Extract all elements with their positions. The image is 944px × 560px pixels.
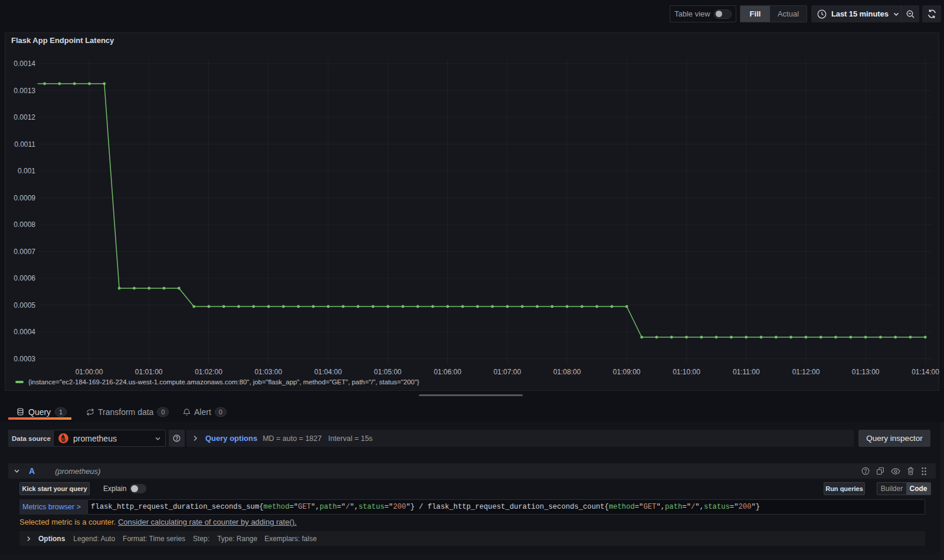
svg-text:01:08:00: 01:08:00 <box>553 368 581 376</box>
svg-text:01:10:00: 01:10:00 <box>673 368 700 376</box>
svg-text:0.001: 0.001 <box>18 167 35 175</box>
svg-text:01:07:00: 01:07:00 <box>493 368 521 376</box>
svg-text:0.0013: 0.0013 <box>14 87 35 95</box>
svg-text:0.0006: 0.0006 <box>14 274 35 282</box>
svg-text:01:01:00: 01:01:00 <box>135 368 163 376</box>
svg-text:01:02:00: 01:02:00 <box>195 368 222 376</box>
svg-text:0.0003: 0.0003 <box>14 355 35 363</box>
svg-text:01:12:00: 01:12:00 <box>792 368 820 376</box>
svg-text:0.0011: 0.0011 <box>14 140 35 149</box>
svg-text:0.0005: 0.0005 <box>14 301 35 309</box>
svg-text:0.0012: 0.0012 <box>14 113 35 121</box>
svg-text:01:13:00: 01:13:00 <box>852 368 880 376</box>
svg-text:01:14:00: 01:14:00 <box>912 368 939 376</box>
svg-text:0.0014: 0.0014 <box>14 60 35 68</box>
svg-text:01:05:00: 01:05:00 <box>374 368 402 376</box>
svg-text:0.0007: 0.0007 <box>14 248 35 256</box>
svg-text:0.0008: 0.0008 <box>14 220 35 229</box>
svg-text:01:11:00: 01:11:00 <box>733 368 760 376</box>
svg-text:01:03:00: 01:03:00 <box>254 368 282 376</box>
svg-text:01:00:00: 01:00:00 <box>76 368 103 376</box>
svg-text:0.0004: 0.0004 <box>14 328 35 336</box>
svg-text:01:04:00: 01:04:00 <box>314 368 342 376</box>
svg-text:0.0009: 0.0009 <box>14 194 35 202</box>
svg-text:01:09:00: 01:09:00 <box>613 368 641 376</box>
svg-text:01:06:00: 01:06:00 <box>434 368 461 376</box>
